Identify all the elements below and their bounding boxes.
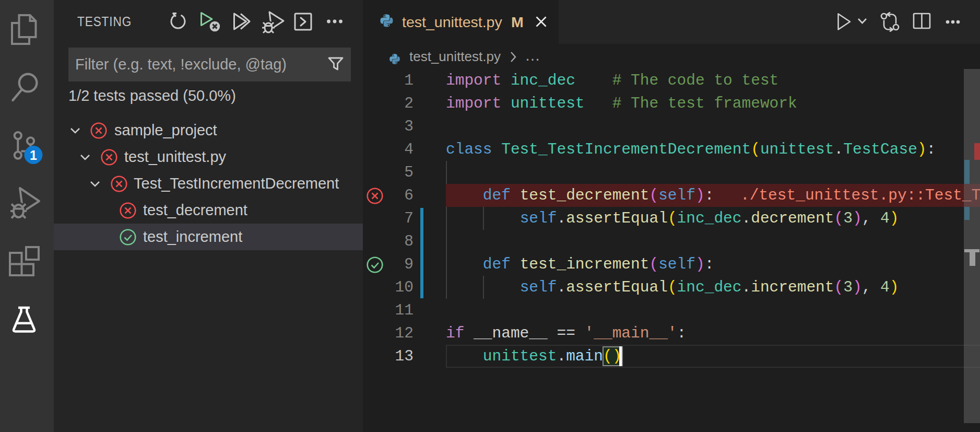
svg-text:1: 1 — [30, 148, 37, 162]
